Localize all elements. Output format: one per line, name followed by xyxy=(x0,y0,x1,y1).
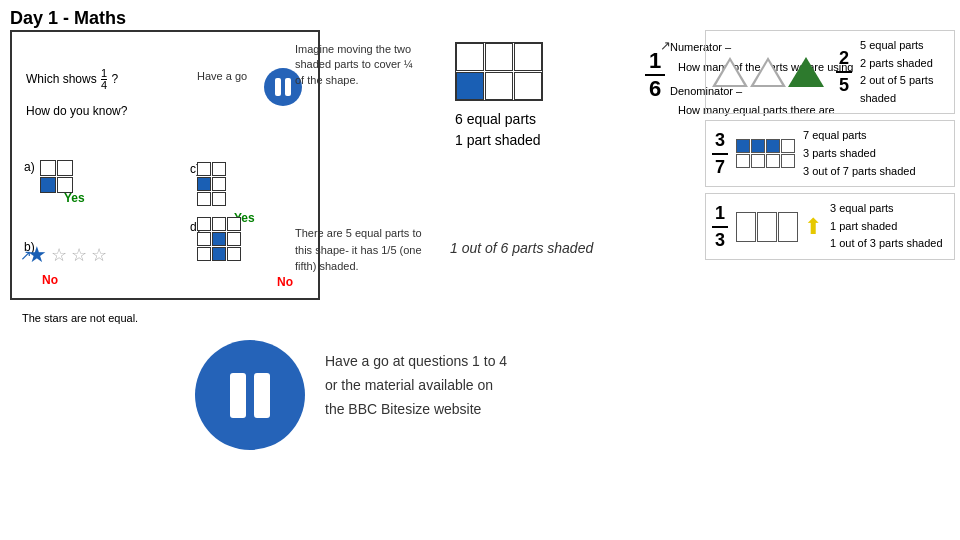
box-25-text: 5 equal parts 2 parts shaded 2 out of 5 … xyxy=(860,37,948,107)
frac-2-5-den: 5 xyxy=(839,75,849,96)
arrow-yellow-icon: ⬆ xyxy=(804,214,822,240)
quiz-box: Which shows 1 4 ? How do you know? a) Ye… xyxy=(10,30,320,300)
grid-cell xyxy=(227,217,241,231)
demo-cell-blue xyxy=(456,72,484,100)
pause-button-large[interactable] xyxy=(195,340,305,450)
triangle-outline-1 xyxy=(712,57,748,87)
g37-cell xyxy=(766,154,780,168)
pause-bar-right xyxy=(285,78,291,96)
g37-cell-blue xyxy=(766,139,780,153)
frac-den: 4 xyxy=(101,80,107,91)
question-text: Which shows xyxy=(26,72,97,86)
label-a: a) xyxy=(24,160,35,174)
equal-parts-13: 3 equal parts xyxy=(830,200,943,218)
d-shape-area xyxy=(197,217,241,261)
box-37-text: 7 equal parts 3 parts shaded 3 out of 7 … xyxy=(803,127,916,180)
imagine-text-box: Imagine moving the two shaded parts to c… xyxy=(295,42,425,88)
frac-numerator: 1 xyxy=(649,50,661,72)
fraction-display-1-6: 1 6 xyxy=(645,50,665,100)
star-empty-icon: ☆ xyxy=(71,244,87,266)
right-panel: 2 5 5 equal parts 2 parts shaded 2 out o… xyxy=(705,30,955,260)
box-13-inner: ⬆ xyxy=(736,212,822,242)
grid-37-area xyxy=(736,139,795,168)
no-text-d: No xyxy=(277,275,293,289)
g37-cell xyxy=(736,154,750,168)
grid-cell xyxy=(197,232,211,246)
fraction-display-3-7: 3 7 xyxy=(712,130,728,178)
fraction-display-2-5: 2 5 xyxy=(836,48,852,96)
six-equal-parts-text: 6 equal parts xyxy=(455,111,543,127)
demo-fraction-area: 6 equal parts 1 part shaded xyxy=(455,42,543,148)
grid-cell xyxy=(197,192,211,206)
have-a-go-text: Have a go xyxy=(197,70,247,82)
equal-parts-25: 5 equal parts xyxy=(860,37,948,55)
g37-cell xyxy=(781,139,795,153)
demo-cell xyxy=(514,72,542,100)
no-text: No xyxy=(42,273,58,287)
g37-cell-blue xyxy=(751,139,765,153)
box-13-text: 3 equal parts 1 part shaded 1 out of 3 p… xyxy=(830,200,943,253)
rect-cell xyxy=(757,212,777,242)
question-mark: ? xyxy=(112,72,119,86)
grid-cell xyxy=(212,192,226,206)
bbc-line3: the BBC Bitesize website xyxy=(325,398,507,422)
stars-not-equal-text: The stars are not equal. xyxy=(22,312,138,324)
out-of-37: 3 out of 7 parts shaded xyxy=(803,163,916,181)
triangle-outline-2 xyxy=(750,57,786,87)
fraction-1-3-box: 1 3 ⬆ 3 equal parts 1 part shaded 1 out … xyxy=(705,193,955,260)
grid-cell xyxy=(197,217,211,231)
grid-cell xyxy=(227,232,241,246)
how-do-you-know: How do you know? xyxy=(26,104,127,118)
no-label-b: No xyxy=(42,272,58,287)
grid-cell xyxy=(40,160,56,176)
fraction-quarter: 1 4 xyxy=(101,68,107,91)
c-grid xyxy=(197,162,226,206)
yes-text: Yes xyxy=(64,191,85,205)
demo-cell xyxy=(485,72,513,100)
equal-parts-37: 7 equal parts xyxy=(803,127,916,145)
one-part-shaded-text: 1 part shaded xyxy=(455,132,543,148)
grid-cell xyxy=(212,162,226,176)
pause-bar-left xyxy=(275,78,281,96)
demo-grid xyxy=(455,42,543,101)
frac-line-25 xyxy=(836,71,852,73)
star-empty-icon: ☆ xyxy=(51,244,67,266)
page-title: Day 1 - Maths xyxy=(10,8,126,29)
frac-line-13 xyxy=(712,226,728,228)
grid-cell xyxy=(212,217,226,231)
grid-cell xyxy=(197,162,211,176)
a-yes-label: Yes xyxy=(64,190,85,205)
g37-cell xyxy=(751,154,765,168)
grid-cell xyxy=(227,247,241,261)
parts-shaded-37: 3 parts shaded xyxy=(803,145,916,163)
d-grid xyxy=(197,217,241,261)
frac-1-3-num: 1 xyxy=(715,203,725,224)
c-shape-area xyxy=(197,162,226,206)
demo-cell xyxy=(485,43,513,71)
grid-cell xyxy=(57,160,73,176)
five-parts-text: There are 5 equal parts to this shape- i… xyxy=(295,225,430,275)
fraction-3-7-box: 3 7 7 equal parts 3 parts shaded 3 out o… xyxy=(705,120,955,187)
demo-cell xyxy=(456,43,484,71)
star-empty-icon: ☆ xyxy=(91,244,107,266)
one-out-of-six-text: 1 out of 6 parts shaded xyxy=(450,240,593,256)
out-of-25: 2 out of 5 parts shaded xyxy=(860,72,948,107)
frac-num: 1 xyxy=(101,68,107,79)
frac-3-7-den: 7 xyxy=(715,157,725,178)
grid-37 xyxy=(736,139,795,168)
bbc-line2: or the material available on xyxy=(325,374,507,398)
grid-cell-blue xyxy=(212,232,226,246)
pause-bar-large-left xyxy=(230,373,246,418)
frac-3-7-num: 3 xyxy=(715,130,725,151)
frac-line-37 xyxy=(712,153,728,155)
triangle-green-1 xyxy=(788,57,824,87)
star-row: ★ ☆ ☆ ☆ xyxy=(27,242,107,268)
arrow-indicator-icon: ↗ xyxy=(20,247,32,263)
d-no-label: No xyxy=(277,274,293,289)
rect-cell xyxy=(736,212,756,242)
out-of-13: 1 out of 3 parts shaded xyxy=(830,235,943,253)
frac-2-5-num: 2 xyxy=(839,48,849,69)
grid-cell-blue xyxy=(212,247,226,261)
bbc-line1: Have a go at questions 1 to 4 xyxy=(325,350,507,374)
fraction-display-1-3: 1 3 xyxy=(712,203,728,251)
